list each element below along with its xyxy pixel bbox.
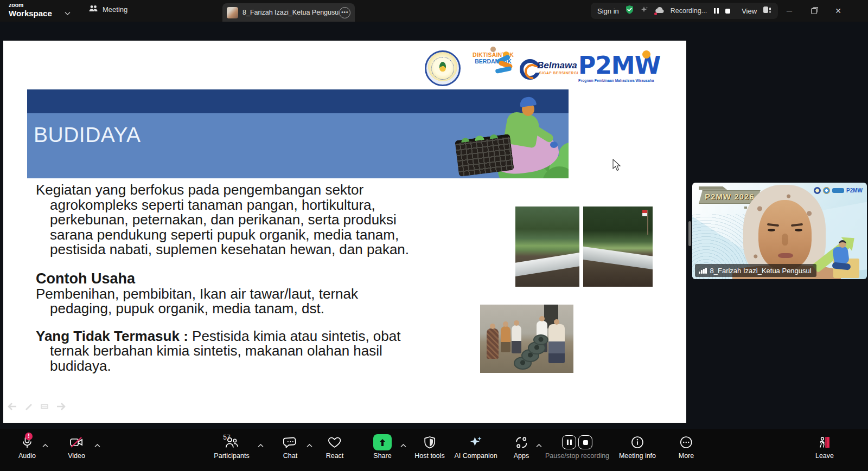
audio-alert-badge: ! — [25, 433, 33, 440]
leave-button[interactable]: Leave — [815, 435, 834, 460]
camera-off-icon — [68, 435, 85, 450]
apps-options-chevron[interactable] — [536, 440, 542, 450]
security-shield-icon[interactable] — [625, 5, 634, 17]
slide-title: BUDIDAYA — [34, 123, 141, 147]
belmawa-subtext: SIGAP BERSINERGI — [539, 71, 578, 75]
p2mw-badge-tab — [699, 186, 727, 190]
participants-icon: 57 — [214, 435, 249, 450]
p2mw-logo: P2MW Program Pembinaan Mahasiswa Wirausa… — [578, 54, 665, 82]
meeting-content-area: DIKTISAINTEK BERDAMPAK Belmawa SIGAP BER… — [0, 22, 868, 429]
close-button[interactable]: ✕ — [826, 0, 850, 22]
farmer-illustration — [429, 89, 569, 178]
sign-in-button[interactable]: Sign in — [597, 7, 619, 15]
shared-screen-slide: DIKTISAINTEK BERDAMPAK Belmawa SIGAP BER… — [3, 41, 686, 423]
view-layout-icon[interactable] — [763, 6, 771, 16]
slideshow-controls — [8, 403, 66, 410]
paragraph-budidaya-definition: Kegiatan yang berfokus pada pengembangan… — [36, 183, 413, 257]
slide-photo-group — [480, 305, 573, 373]
contoh-usaha-body: Pembenihan, pembibitan, Ikan air tawar/l… — [36, 287, 413, 317]
share-tab-title: 8_Farizah Izazi_Ketua Pengusul's s — [242, 9, 339, 16]
restore-button[interactable] — [802, 0, 826, 22]
belmawa-mini-logo — [832, 188, 844, 193]
zoom-workspace-brand: zoom Workspace — [9, 2, 52, 17]
info-icon — [619, 435, 656, 450]
participants-options-chevron[interactable] — [258, 440, 264, 450]
p2mw-logo-subtitle: Program Pembinaan Mahasiswa Wirausaha — [578, 79, 665, 82]
excluded-heading: Yang Tidak Termasuk : — [36, 328, 188, 344]
pause-recording-icon[interactable] — [713, 6, 719, 16]
participants-button[interactable]: 57 Participants — [214, 435, 249, 460]
share-tab-options-icon[interactable]: ••• — [339, 7, 350, 18]
audio-button[interactable]: ! Audio — [18, 435, 36, 460]
react-button[interactable]: React — [326, 435, 344, 460]
diktisaintek-logo: DIKTISAINTEK BERDAMPAK — [469, 51, 518, 64]
slide-menu-icon — [40, 403, 49, 410]
recording-label: Recording... — [671, 7, 707, 15]
virtual-background-logos: P2MW — [814, 187, 863, 194]
share-options-chevron[interactable] — [400, 440, 406, 450]
meeting-toolbar: ! Audio Video 57 Participants Chat — [0, 429, 868, 471]
leave-door-icon — [815, 435, 834, 450]
cloud-recording-icon — [655, 6, 665, 16]
apps-icon — [514, 435, 529, 450]
contoh-usaha-heading: Contoh Usaha — [36, 271, 413, 287]
diktisaintek-mini-logo — [823, 187, 830, 194]
pause-stop-recording-button[interactable]: Pause/stop recording — [545, 435, 609, 460]
stop-recording-icon[interactable] — [725, 9, 730, 14]
ai-companion-sparkle-icon — [454, 435, 497, 450]
slide-next-arrow-icon — [56, 403, 66, 410]
tab-meeting-label: Meeting — [103, 5, 127, 14]
share-button[interactable]: Share — [373, 435, 392, 460]
brand-zoom-text: zoom — [9, 2, 52, 8]
p2mw-logo-text: P2MW — [578, 54, 665, 78]
slide-photo-farm-bed-1 — [515, 207, 579, 287]
titlebar-status-group: Sign in Recording... View — [591, 3, 778, 19]
belmawa-text: Belmawa — [537, 60, 577, 71]
slide-prev-arrow-icon — [8, 403, 17, 410]
more-button[interactable]: More — [679, 435, 694, 460]
meeting-info-button[interactable]: Meeting info — [619, 435, 656, 460]
mouse-cursor — [612, 159, 623, 174]
participants-count: 57 — [223, 434, 230, 441]
video-options-chevron[interactable] — [94, 440, 100, 450]
ai-sparkle-icon[interactable] — [640, 5, 649, 16]
people-icon — [88, 4, 98, 15]
apps-button[interactable]: Apps — [514, 435, 529, 460]
paragraph-excluded: Yang Tidak Termasuk : Pestisida kimia at… — [36, 329, 413, 374]
chat-button[interactable]: Chat — [283, 435, 297, 460]
audio-level-icon — [699, 268, 707, 274]
p2mw-logo-dot — [642, 50, 650, 59]
video-button[interactable]: Video — [68, 435, 85, 460]
titlebar: zoom Workspace Meeting 8_Farizah Izazi_K… — [0, 0, 868, 22]
chat-options-chevron[interactable] — [307, 440, 312, 450]
heart-icon — [326, 435, 344, 450]
ai-companion-button[interactable]: AI Companion — [454, 435, 497, 460]
participant-video-thumbnail[interactable]: P2MW 2026 P2MW — [692, 183, 867, 279]
slide-title-banner: BUDIDAYA — [27, 89, 569, 178]
university-mini-logo — [814, 187, 821, 194]
workspace-chevron-down-icon[interactable] — [65, 8, 71, 17]
recording-dot — [654, 12, 657, 15]
host-tools-button[interactable]: Host tools — [414, 435, 445, 460]
view-button[interactable]: View — [742, 7, 757, 15]
microphone-icon: ! — [18, 435, 36, 450]
chat-icon — [283, 435, 297, 450]
minimize-button[interactable]: ─ — [777, 0, 801, 22]
participant-nameplate: 8_Farizah Izazi_Ketua Pengusul — [695, 264, 816, 277]
tab-shared-screen[interactable]: 8_Farizah Izazi_Ketua Pengusul's s ••• — [222, 3, 355, 22]
p2mw-mini-logo-text: P2MW — [846, 188, 863, 193]
university-hang-tuah-logo — [425, 50, 461, 86]
pause-recording-button[interactable] — [562, 435, 576, 449]
audio-options-chevron[interactable] — [42, 440, 48, 450]
zoom-meeting-window: zoom Workspace Meeting 8_Farizah Izazi_K… — [0, 0, 868, 471]
participant-name: 8_Farizah Izazi_Ketua Pengusul — [710, 267, 812, 275]
slide-photo-farm-bed-2 — [583, 207, 653, 287]
flag-detail — [642, 210, 647, 216]
slide-pen-icon — [24, 403, 33, 410]
more-ellipsis-icon — [679, 435, 694, 450]
stop-recording-button[interactable] — [578, 435, 592, 449]
panel-resize-handle[interactable] — [688, 221, 691, 246]
tab-meeting[interactable]: Meeting — [88, 4, 127, 15]
share-tab-avatar — [227, 7, 238, 18]
share-screen-icon — [373, 434, 392, 450]
